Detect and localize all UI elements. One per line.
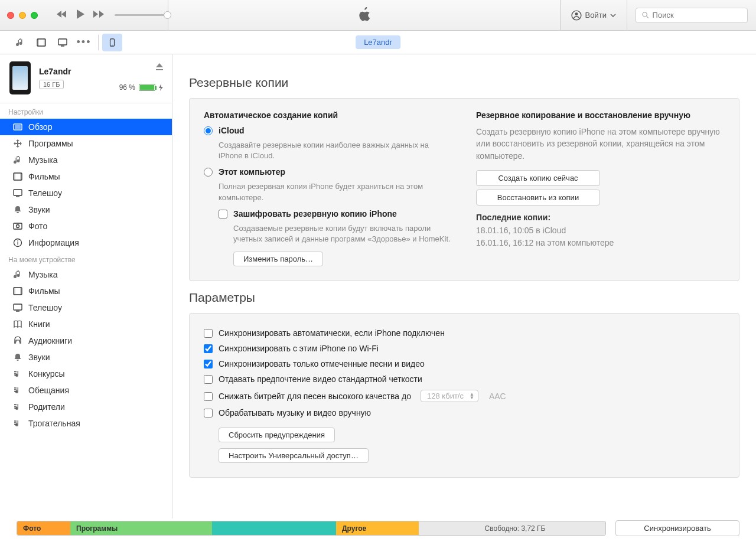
auto-backup-title: Автоматическое создание копий [204, 110, 452, 120]
sidebar-ondevice-item-music-0[interactable]: Музыка [0, 266, 172, 283]
checked-only-label: Синхронизировать только отмеченные песни… [219, 359, 425, 368]
device-tab[interactable] [102, 34, 122, 51]
playback-controls [56, 9, 105, 21]
storage-seg-teal [212, 521, 336, 535]
movies-icon [13, 172, 22, 181]
media-toolbar: ••• Le7andr [0, 31, 756, 54]
autosync-checkbox[interactable] [204, 329, 213, 338]
battery-status: 96 % [119, 83, 164, 92]
sidebar-item-label: Телешоу [28, 303, 62, 312]
backup-now-button[interactable]: Создать копию сейчас [476, 170, 600, 186]
sidebar-settings-item-music-2[interactable]: Музыка [0, 152, 172, 168]
sidebar-item-label: Обещания [28, 386, 69, 395]
encrypt-backup-desc: Создаваемые резервные копии будут включа… [233, 223, 452, 244]
restore-backup-button[interactable]: Восстановить из копии [476, 190, 600, 206]
sidebar-settings-item-bell-5[interactable]: Звуки [0, 201, 172, 218]
sidebar-settings-item-movies-3[interactable]: Фильмы [0, 168, 172, 185]
search-input[interactable] [653, 11, 739, 19]
bitrate-select[interactable]: 128 кбит/с ▲▼ [421, 390, 478, 402]
maximize-window-button[interactable] [31, 12, 38, 19]
sidebar-item-label: Книги [28, 319, 50, 329]
reduce-bitrate-label: Снижать битрейт для песен высокого качес… [219, 392, 411, 401]
movies-icon [13, 286, 22, 296]
sidebar-ondevice-item-audiobooks-4[interactable]: Аудиокниги [0, 332, 172, 349]
traffic-lights [7, 12, 38, 19]
sidebar-item-label: Трогательная [28, 419, 80, 428]
search-box[interactable] [636, 8, 748, 23]
next-track-button[interactable] [93, 10, 105, 20]
movies-library-tab[interactable] [31, 35, 52, 50]
sidebar-item-label: Родители [28, 402, 65, 412]
sync-button[interactable]: Синхронизировать [615, 520, 739, 536]
manual-manage-label: Обрабатывать музыку и видео вручную [219, 408, 371, 417]
stepper-icon: ▲▼ [470, 393, 474, 400]
account-button[interactable]: Войти [561, 0, 627, 30]
sidebar-settings-item-info-7[interactable]: Информация [0, 234, 172, 251]
sidebar-ondevice-item-playlist-6[interactable]: Конкурсы [0, 366, 172, 382]
reduce-bitrate-checkbox[interactable] [204, 392, 213, 401]
sidebar-ondevice-item-movies-1[interactable]: Фильмы [0, 283, 172, 299]
manual-manage-checkbox[interactable] [204, 409, 213, 417]
info-icon [13, 238, 22, 247]
sidebar-ondevice-item-books-3[interactable]: Книги [0, 316, 172, 332]
sidebar-item-label: Конкурсы [28, 369, 65, 379]
sidebar-ondevice-item-tv-2[interactable]: Телешоу [0, 299, 172, 316]
icloud-backup-label: iCloud [219, 126, 245, 135]
audiobooks-icon [13, 336, 22, 345]
encrypt-backup-checkbox[interactable] [219, 210, 227, 218]
sidebar-item-label: Фото [28, 221, 47, 231]
sidebar-ondevice-item-bell-5[interactable]: Звуки [0, 349, 172, 366]
volume-slider[interactable] [115, 14, 168, 16]
change-password-button[interactable]: Изменить пароль… [233, 252, 323, 266]
sidebar: Le7andr 16 ГБ 96 % Настройки ОбзорПрогра… [0, 54, 172, 518]
sd-video-label: Отдавать предпочтение видео стандартной … [219, 374, 422, 384]
playlist-icon [13, 386, 22, 395]
wifi-sync-label: Синхронизировать с этим iPhone по Wi-Fi [219, 344, 379, 353]
sidebar-settings-item-photo-6[interactable]: Фото [0, 218, 172, 234]
sidebar-ondevice-item-playlist-9[interactable]: Трогательная [0, 415, 172, 432]
play-button[interactable] [76, 9, 85, 21]
reset-warnings-button[interactable]: Сбросить предупреждения [219, 428, 335, 442]
accessibility-button[interactable]: Настроить Универсальный доступ… [219, 448, 369, 463]
icloud-backup-radio[interactable] [204, 126, 213, 135]
tv-library-tab[interactable] [52, 35, 73, 50]
more-libraries-button[interactable]: ••• [73, 35, 94, 50]
sidebar-settings-item-apps-1[interactable]: Программы [0, 135, 172, 152]
options-panel: Синхронизировать автоматически, если iPh… [189, 313, 739, 478]
charging-icon [159, 84, 164, 91]
battery-percent-label: 96 % [119, 83, 135, 92]
sidebar-ondevice-item-playlist-7[interactable]: Обещания [0, 382, 172, 399]
eject-device-button[interactable] [155, 64, 164, 73]
sidebar-ondevice-item-playlist-8[interactable]: Родители [0, 399, 172, 415]
apps-icon [13, 139, 22, 148]
checked-only-checkbox[interactable] [204, 360, 213, 368]
content-area: Резервные копии Автоматическое создание … [172, 54, 756, 518]
music-library-tab[interactable] [9, 35, 31, 50]
sidebar-group-settings-label: Настройки [0, 103, 172, 119]
device-header: Le7andr 16 ГБ 96 % [0, 54, 172, 103]
latest-backup-1: 18.01.16, 10:05 в iCloud [476, 224, 725, 237]
close-window-button[interactable] [7, 12, 14, 19]
icloud-backup-desc: Создавайте резервные копии наиболее важн… [219, 140, 452, 161]
account-label: Войти [585, 11, 607, 19]
prev-track-button[interactable] [56, 10, 67, 20]
device-name-pill[interactable]: Le7andr [356, 35, 400, 49]
sidebar-item-label: Обзор [28, 122, 52, 132]
sidebar-item-label: Звуки [28, 205, 50, 214]
minimize-window-button[interactable] [19, 12, 26, 19]
device-capacity-badge: 16 ГБ [39, 80, 64, 89]
svg-point-23 [643, 12, 647, 17]
sidebar-settings-item-tv-4[interactable]: Телешоу [0, 185, 172, 201]
sidebar-item-label: Музыка [28, 155, 58, 165]
sidebar-item-label: Программы [28, 139, 73, 148]
sidebar-item-label: Музыка [28, 270, 58, 279]
chevron-down-icon [610, 13, 616, 18]
sd-video-checkbox[interactable] [204, 375, 213, 384]
local-backup-radio[interactable] [204, 168, 213, 177]
sidebar-item-label: Фильмы [28, 172, 60, 181]
sidebar-settings-item-overview-0[interactable]: Обзор [0, 119, 172, 135]
wifi-sync-checkbox[interactable] [204, 344, 213, 353]
storage-seg-apps: Программы [70, 521, 212, 535]
sidebar-item-label: Аудиокниги [28, 336, 72, 345]
storage-seg-photo: Фото [17, 521, 70, 535]
